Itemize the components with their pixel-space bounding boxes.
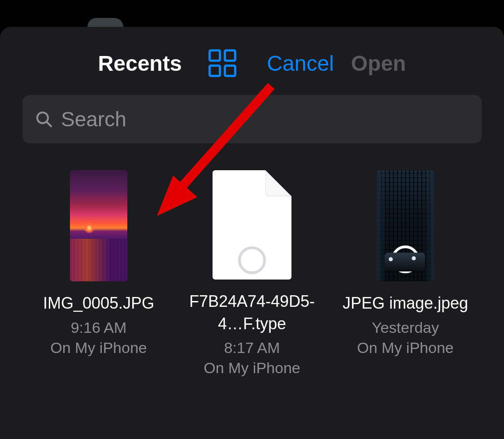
- file-grid: IMG_0005.JPG 9:16 AM On My iPhone F7B24A…: [22, 170, 482, 377]
- file-name-label: F7B24A74-49D5-4…F.type: [185, 290, 319, 335]
- cancel-button[interactable]: Cancel: [267, 51, 334, 76]
- file-name-label: JPEG image.jpeg: [343, 292, 468, 314]
- view-mode-grid-button[interactable]: [209, 49, 240, 77]
- selection-ring-icon[interactable]: [391, 245, 419, 273]
- file-location-label: On My iPhone: [357, 339, 453, 357]
- file-location-label: On My iPhone: [50, 339, 147, 357]
- file-picker-sheet: Recents Cancel Open IMG_0005.JPG 9:16: [0, 27, 504, 439]
- file-time-label: 8:17 AM: [224, 339, 280, 357]
- file-item[interactable]: JPEG image.jpeg Yesterday On My iPhone: [338, 170, 473, 377]
- file-item[interactable]: F7B24A74-49D5-4…F.type 8:17 AM On My iPh…: [185, 170, 319, 377]
- file-thumbnail-image: [377, 170, 434, 281]
- search-input[interactable]: [61, 107, 469, 131]
- svg-line-1: [47, 122, 51, 126]
- grid-icon: [209, 49, 221, 62]
- search-icon: [35, 110, 53, 128]
- file-item[interactable]: IMG_0005.JPG 9:16 AM On My iPhone: [31, 170, 166, 377]
- file-thumbnail-document: [213, 170, 291, 280]
- selection-ring-icon[interactable]: [85, 245, 113, 273]
- grid-icon: [224, 65, 236, 77]
- file-name-label: IMG_0005.JPG: [43, 292, 154, 314]
- open-button: Open: [351, 51, 406, 76]
- picker-header: Recents Cancel Open: [22, 40, 482, 95]
- file-time-label: Yesterday: [372, 319, 439, 336]
- file-time-label: 9:16 AM: [71, 319, 127, 336]
- search-bar[interactable]: [22, 95, 482, 143]
- grid-icon: [224, 49, 236, 62]
- file-location-label: On My iPhone: [204, 359, 300, 377]
- background-avatar-edge: [87, 18, 123, 27]
- header-actions: Cancel Open: [267, 51, 406, 76]
- grid-icon: [209, 65, 221, 77]
- page-title: Recents: [98, 51, 182, 76]
- file-thumbnail-image: [70, 170, 127, 281]
- selection-ring-icon[interactable]: [238, 246, 266, 274]
